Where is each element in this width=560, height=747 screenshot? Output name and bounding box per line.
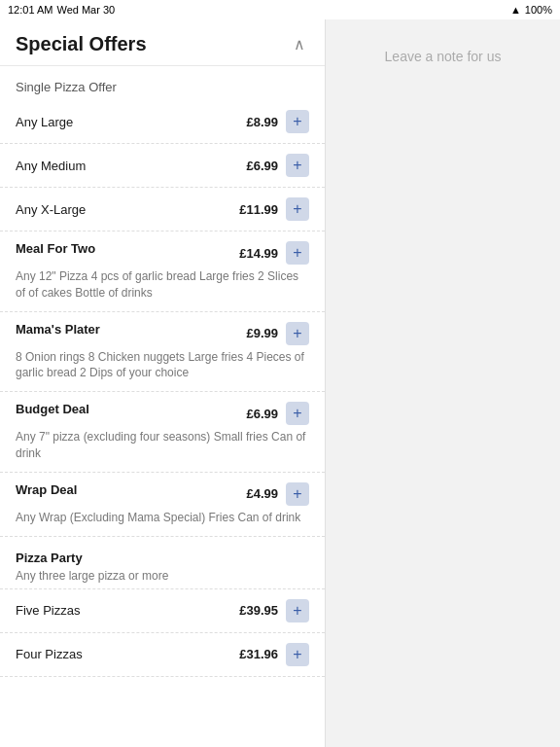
item-desc-mamas-plater: 8 Onion rings 8 Chicken nuggets Large fr… — [16, 349, 309, 382]
wifi-icon: ▲ — [510, 4, 521, 16]
item-right-five-pizzas: £39.95 + — [239, 599, 309, 622]
item-price-any-medium: £6.99 — [246, 159, 278, 173]
item-price-budget-deal: £6.99 — [246, 407, 278, 421]
add-button-any-large[interactable]: + — [286, 110, 309, 133]
item-right-meal-for-two: £14.99 + — [239, 241, 309, 265]
item-name-wrap-deal: Wrap Deal — [16, 482, 246, 497]
pizza-party-section: Pizza Party Any three large pizza or mor… — [0, 537, 325, 589]
add-button-meal-for-two[interactable]: + — [286, 241, 309, 265]
add-button-four-pizzas[interactable]: + — [286, 643, 309, 666]
main-layout: Special Offers ∧ Single Pizza Offer Any … — [0, 19, 560, 747]
menu-item-wrap-deal: Wrap Deal £4.99 + Any Wrap (Excluding Ma… — [0, 473, 325, 537]
item-name-any-medium: Any Medium — [16, 159, 86, 173]
item-name-five-pizzas: Five Pizzas — [16, 603, 80, 618]
menu-item-mamas-plater: Mama's Plater £9.99 + 8 Onion rings 8 Ch… — [0, 312, 325, 393]
item-price-wrap-deal: £4.99 — [246, 486, 278, 501]
item-right-budget-deal: £6.99 + — [246, 402, 309, 425]
item-right-any-medium: £6.99 + — [246, 154, 309, 177]
item-price-any-xlarge: £11.99 — [239, 202, 278, 217]
status-time: 12:01 AM — [8, 4, 52, 16]
wrap-deal-row: Wrap Deal £4.99 + — [16, 482, 309, 506]
status-icons: ▲ 100% — [510, 4, 552, 16]
menu-item-five-pizzas: Five Pizzas £39.95 + — [0, 589, 325, 633]
add-button-budget-deal[interactable]: + — [286, 402, 309, 425]
status-time-date: 12:01 AM Wed Mar 30 — [8, 4, 115, 16]
item-name-meal-for-two: Meal For Two — [16, 241, 239, 256]
menu-item-meal-for-two: Meal For Two £14.99 + Any 12" Pizza 4 pc… — [0, 231, 325, 312]
menu-item-any-large: Any Large £8.99 + — [0, 100, 325, 144]
item-price-meal-for-two: £14.99 — [239, 246, 278, 261]
menu-item-any-xlarge: Any X-Large £11.99 + — [0, 188, 325, 231]
section-title: Special Offers — [16, 33, 147, 55]
right-panel: Leave a note for us — [326, 19, 560, 747]
item-right-any-xlarge: £11.99 + — [239, 197, 309, 221]
menu-item-four-pizzas: Four Pizzas £31.96 + — [0, 633, 325, 677]
item-price-any-large: £8.99 — [246, 115, 278, 129]
add-button-mamas-plater[interactable]: + — [286, 322, 309, 345]
note-placeholder: Leave a note for us — [385, 49, 502, 64]
item-name-any-xlarge: Any X-Large — [16, 202, 86, 217]
item-desc-meal-for-two: Any 12" Pizza 4 pcs of garlic bread Larg… — [16, 268, 309, 302]
section-header: Special Offers ∧ — [0, 19, 325, 66]
item-name-mamas-plater: Mama's Plater — [16, 322, 246, 337]
item-name-any-large: Any Large — [16, 115, 73, 129]
subsection-label: Single Pizza Offer — [0, 66, 325, 100]
item-name-four-pizzas: Four Pizzas — [16, 647, 83, 661]
meal-for-two-row: Meal For Two £14.99 + — [16, 241, 309, 265]
item-right-any-large: £8.99 + — [246, 110, 309, 133]
item-desc-budget-deal: Any 7" pizza (excluding four seasons) Sm… — [16, 429, 309, 462]
status-date: Wed Mar 30 — [56, 4, 115, 16]
item-right-mamas-plater: £9.99 + — [246, 322, 309, 345]
item-price-mamas-plater: £9.99 — [246, 326, 278, 340]
item-price-five-pizzas: £39.95 — [239, 603, 278, 618]
menu-item-any-medium: Any Medium £6.99 + — [0, 144, 325, 188]
item-desc-wrap-deal: Any Wrap (Excluding Mama Special) Fries … — [16, 510, 309, 526]
battery-icon: 100% — [525, 4, 552, 16]
mamas-plater-row: Mama's Plater £9.99 + — [16, 322, 309, 345]
add-button-any-xlarge[interactable]: + — [286, 197, 309, 221]
add-button-wrap-deal[interactable]: + — [286, 482, 309, 506]
item-right-wrap-deal: £4.99 + — [246, 482, 309, 506]
status-bar: 12:01 AM Wed Mar 30 ▲ 100% — [0, 0, 560, 19]
pizza-party-title: Pizza Party — [16, 551, 309, 565]
item-price-four-pizzas: £31.96 — [239, 647, 278, 661]
item-right-four-pizzas: £31.96 + — [239, 643, 309, 666]
add-button-five-pizzas[interactable]: + — [286, 599, 309, 622]
pizza-party-desc: Any three large pizza or more — [16, 569, 309, 583]
budget-deal-row: Budget Deal £6.99 + — [16, 402, 309, 425]
menu-item-budget-deal: Budget Deal £6.99 + Any 7" pizza (exclud… — [0, 392, 325, 473]
collapse-chevron-icon[interactable]: ∧ — [290, 35, 309, 54]
left-panel[interactable]: Special Offers ∧ Single Pizza Offer Any … — [0, 19, 326, 747]
add-button-any-medium[interactable]: + — [286, 154, 309, 177]
item-name-budget-deal: Budget Deal — [16, 402, 246, 416]
